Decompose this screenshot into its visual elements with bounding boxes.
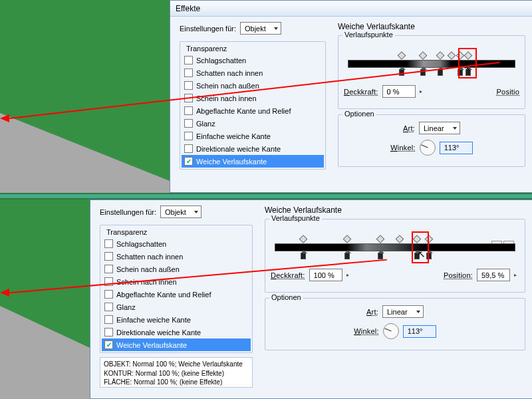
effect-label: Abgeflachte Kante und Relief bbox=[196, 107, 291, 115]
type-combo[interactable]: Linear bbox=[382, 305, 424, 318]
type-combo[interactable]: Linear bbox=[419, 122, 460, 134]
gradient-stop-bot[interactable] bbox=[344, 253, 350, 259]
effect-item[interactable]: Abgeflachte Kante und Relief bbox=[182, 104, 324, 117]
effect-item[interactable]: Weiche Verlaufskante bbox=[102, 338, 251, 351]
effect-checkbox[interactable] bbox=[184, 119, 193, 128]
effect-checkbox[interactable] bbox=[184, 144, 193, 153]
effect-checkbox[interactable] bbox=[184, 68, 193, 77]
angle-dial[interactable] bbox=[383, 323, 399, 339]
effect-item[interactable]: Schatten nach innen bbox=[102, 250, 251, 263]
effect-item[interactable]: Einfache weiche Kante bbox=[182, 130, 324, 142]
effects-list-group: Transparenz SchlagschattenSchatten nach … bbox=[100, 225, 253, 353]
opacity-label: Deckkraft: bbox=[271, 271, 305, 279]
gradient-rail[interactable] bbox=[275, 243, 515, 251]
gradient-stops-group: Verlaufspunkte bbox=[338, 35, 525, 109]
effect-checkbox[interactable] bbox=[104, 340, 113, 349]
effects-group-title: Transparenz bbox=[184, 45, 229, 53]
stepper-icon[interactable]: ▸ bbox=[420, 88, 425, 94]
effect-item[interactable]: Einfache weiche Kante bbox=[102, 313, 251, 326]
effect-checkbox[interactable] bbox=[104, 315, 113, 324]
options-legend: Optionen bbox=[269, 293, 303, 301]
split-divider bbox=[0, 193, 532, 200]
arrow-head-icon bbox=[0, 289, 9, 297]
settings-for-label: Einstellungen für: bbox=[100, 208, 156, 216]
effect-checkbox[interactable] bbox=[184, 132, 193, 140]
effect-label: Schatten nach innen bbox=[116, 253, 183, 261]
opacity-field[interactable]: 100 % bbox=[309, 269, 342, 281]
position-field[interactable]: 59,5 % bbox=[477, 269, 510, 281]
effect-label: Einfache weiche Kante bbox=[196, 132, 271, 140]
opacity-label: Deckkraft: bbox=[344, 88, 378, 96]
effect-checkbox[interactable] bbox=[184, 157, 193, 166]
gradient-stop-top[interactable] bbox=[342, 235, 351, 243]
stops-legend: Verlaufspunkte bbox=[342, 31, 395, 39]
effect-item[interactable]: Schein nach innen bbox=[182, 92, 324, 104]
position-label: Positio bbox=[497, 88, 519, 96]
stops-legend: Verlaufspunkte bbox=[269, 214, 322, 222]
settings-for-combo[interactable]: Objekt bbox=[160, 205, 201, 218]
effect-label: Schlagschatten bbox=[116, 240, 166, 248]
effects-summary: OBJEKT: Normal 100 %; Weiche Verlaufskan… bbox=[100, 357, 253, 388]
effect-label: Schein nach außen bbox=[196, 82, 259, 90]
gradient-stop-bot[interactable] bbox=[378, 253, 383, 259]
options-group: Optionen Art: Linear Winkel: 113° bbox=[338, 114, 525, 167]
options-group: Optionen Art: Linear Winkel: 113° bbox=[265, 298, 525, 350]
effect-checkbox[interactable] bbox=[104, 303, 113, 311]
effect-label: Direktionale weiche Kante bbox=[116, 329, 201, 336]
type-label: Art: bbox=[403, 124, 415, 132]
effect-checkbox[interactable] bbox=[184, 106, 193, 115]
effect-item[interactable]: Direktionale weiche Kante bbox=[102, 326, 251, 338]
effect-checkbox[interactable] bbox=[184, 81, 193, 90]
dialog-title: Effekte bbox=[176, 4, 200, 13]
effect-checkbox[interactable] bbox=[104, 239, 113, 248]
dialog-titlebar[interactable]: Effekte bbox=[170, 1, 532, 17]
stepper-icon[interactable]: ▸ bbox=[514, 272, 519, 278]
settings-for-label: Einstellungen für: bbox=[180, 25, 236, 33]
effect-checkbox[interactable] bbox=[104, 290, 113, 299]
stepper-icon[interactable]: ▸ bbox=[346, 272, 352, 278]
effects-list-group: Transparenz SchlagschattenSchatten nach … bbox=[180, 41, 326, 170]
gradient-editor[interactable]: ↖ bbox=[348, 49, 515, 80]
angle-field[interactable]: 113° bbox=[403, 325, 436, 338]
angle-dial[interactable] bbox=[420, 140, 436, 156]
effect-checkbox[interactable] bbox=[184, 56, 193, 65]
effect-label: Schein nach außen bbox=[116, 265, 180, 273]
gradient-stop-top[interactable] bbox=[436, 51, 444, 60]
effects-dialog-bot: Einstellungen für: Objekt Transparenz Sc… bbox=[90, 200, 532, 399]
panel-title: Weiche Verlaufskante bbox=[265, 205, 525, 215]
effect-checkbox[interactable] bbox=[104, 328, 113, 336]
effect-item[interactable]: Schlagschatten bbox=[182, 54, 324, 66]
arrow-head-icon bbox=[0, 114, 9, 122]
angle-label: Winkel: bbox=[354, 327, 378, 335]
effect-item[interactable]: Glanz bbox=[182, 117, 324, 130]
effect-item[interactable]: Weiche Verlaufskante bbox=[182, 155, 324, 168]
angle-label: Winkel: bbox=[390, 144, 415, 152]
effect-item[interactable]: Abgeflachte Kante und Relief bbox=[102, 288, 251, 301]
type-label: Art: bbox=[366, 308, 378, 316]
highlight-box bbox=[458, 48, 477, 78]
effect-item[interactable]: Direktionale weiche Kante bbox=[182, 142, 324, 155]
effect-checkbox[interactable] bbox=[104, 265, 113, 273]
gradient-stop-bot[interactable] bbox=[301, 253, 306, 259]
effect-checkbox[interactable] bbox=[104, 252, 113, 261]
gradient-stop-top[interactable] bbox=[419, 51, 428, 60]
position-label: Position: bbox=[444, 271, 473, 279]
opacity-field[interactable]: 0 % bbox=[382, 85, 416, 98]
effect-item[interactable]: Glanz bbox=[102, 301, 251, 313]
effect-item[interactable]: Schatten nach innen bbox=[182, 66, 324, 79]
effect-label: Schlagschatten bbox=[196, 57, 246, 65]
effect-label: Direktionale weiche Kante bbox=[196, 145, 281, 153]
gradient-editor[interactable]: ↖ bbox=[275, 233, 515, 263]
angle-field[interactable]: 113° bbox=[440, 142, 473, 154]
summary-line: KONTUR: Normal 100 %; (keine Effekte) bbox=[104, 369, 249, 378]
canvas-preview-bot bbox=[0, 200, 90, 399]
gradient-stop-top[interactable] bbox=[448, 51, 456, 60]
effect-item[interactable]: Schlagschatten bbox=[102, 237, 251, 250]
gradient-stop-top[interactable] bbox=[396, 235, 404, 243]
gradient-stop-top[interactable] bbox=[397, 51, 406, 60]
effects-group-title: Transparenz bbox=[104, 228, 149, 236]
effect-label: Glanz bbox=[196, 120, 215, 128]
gradient-stop-top[interactable] bbox=[376, 235, 385, 243]
settings-for-combo[interactable]: Objekt bbox=[240, 22, 281, 35]
gradient-stop-top[interactable] bbox=[299, 235, 308, 243]
